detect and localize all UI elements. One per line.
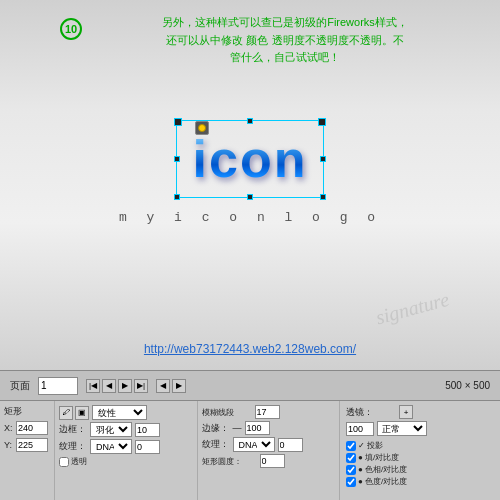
handle-top-mid[interactable] <box>247 118 253 124</box>
rect-degree-row: 矩形圆度： <box>202 454 336 468</box>
properties-panel: 矩形 X: Y: 🖊 ▣ 纹性 边框： 羽化 <box>0 400 500 500</box>
hue-row: ● 色相/对比度 <box>346 464 494 475</box>
prop-shape-section: 矩形 X: Y: <box>0 401 55 500</box>
fill-contrast-label: ● 填/对比度 <box>358 452 399 463</box>
texture2-row: 纹理： DNA <box>202 437 336 452</box>
edge-label: 边缘： <box>202 422 230 435</box>
border-label: 边框： <box>59 423 87 436</box>
transparent-checkbox[interactable] <box>59 457 69 467</box>
nav-prev[interactable]: ◀ <box>102 379 116 393</box>
selection-box[interactable]: icon <box>176 120 325 198</box>
icon-logo-text: icon <box>193 130 308 188</box>
degree-row: ● 色度/对比度 <box>346 476 494 487</box>
texture-type-select[interactable]: 纹性 <box>92 405 147 420</box>
frame-next[interactable]: ▶ <box>172 379 186 393</box>
border-type-select[interactable]: 羽化 <box>90 422 132 437</box>
y-input[interactable] <box>16 438 48 452</box>
hue-checkbox[interactable] <box>346 465 356 475</box>
edge-row: 边缘： — <box>202 421 336 435</box>
texture-row: 纹理： DNA <box>59 439 193 454</box>
x-input[interactable] <box>16 421 48 435</box>
handle-left-mid[interactable] <box>174 156 180 162</box>
opacity-pct-row: 正常 <box>346 421 494 436</box>
texture-type-select2[interactable]: DNA <box>90 439 132 454</box>
border-value-input[interactable] <box>135 423 160 437</box>
y-label: Y: <box>4 440 14 450</box>
shadow-label: ✓ 投影 <box>358 440 383 451</box>
nav-last[interactable]: ▶| <box>134 379 148 393</box>
prop-icons-row: 🖊 ▣ 纹性 <box>59 405 193 420</box>
instruction-text: 另外，这种样式可以查已是初级的Fireworks样式， 还可以从中修改 颜色 透… <box>90 14 480 67</box>
url-link[interactable]: http://web73172443.web2.128web.com/ <box>144 342 356 356</box>
nav-first[interactable]: |◀ <box>86 379 100 393</box>
canvas-size: 500 × 500 <box>445 380 490 391</box>
opacity-plus-btn[interactable]: + <box>399 405 413 419</box>
blend-mode-select[interactable]: 正常 <box>377 421 427 436</box>
handle-bottom-left[interactable] <box>174 194 180 200</box>
texture2-type-select[interactable]: DNA <box>233 437 275 452</box>
fill-contrast-checkbox[interactable] <box>346 453 356 463</box>
prop-mid-section: 🖊 ▣ 纹性 边框： 羽化 纹理： DNA 透明 <box>55 401 198 500</box>
blur-input[interactable] <box>255 405 280 419</box>
paint-icon-btn[interactable]: 🖊 <box>59 406 73 420</box>
handle-bottom-right[interactable] <box>320 194 326 200</box>
page-toolbar: 页面 |◀ ◀ ▶ ▶| ◀ ▶ 500 × 500 <box>0 370 500 400</box>
rect-degree-input[interactable] <box>260 454 285 468</box>
opacity-pct-input[interactable] <box>346 422 374 436</box>
page-nav: |◀ ◀ ▶ ▶| <box>86 379 148 393</box>
bucket-icon-btn[interactable]: ▣ <box>75 406 89 420</box>
texture2-value-input[interactable] <box>278 438 303 452</box>
design-canvas: icon m y i c o n l o g o <box>50 100 450 330</box>
degree-label: ● 色度/对比度 <box>358 476 407 487</box>
step-number: 10 <box>60 18 82 40</box>
frame-nav: ◀ ▶ <box>156 379 186 393</box>
shadow-row: ✓ 投影 <box>346 440 494 451</box>
blur-row: 模糊线段 <box>202 405 336 419</box>
shadow-checkbox[interactable] <box>346 441 356 451</box>
transparent-label: 透明 <box>71 456 87 467</box>
edge-dash: — <box>233 423 242 433</box>
x-coord-row: X: <box>4 421 50 435</box>
effects-checkboxes: ✓ 投影 ● 填/对比度 ● 色相/对比度 ● 色度/对比度 <box>346 440 494 487</box>
y-coord-row: Y: <box>4 438 50 452</box>
texture-label: 纹理： <box>59 440 87 453</box>
hue-label: ● 色相/对比度 <box>358 464 407 475</box>
frame-prev[interactable]: ◀ <box>156 379 170 393</box>
page-number-input[interactable] <box>38 377 78 395</box>
border-row: 边框： 羽化 <box>59 422 193 437</box>
texture2-label: 纹理： <box>202 438 230 451</box>
handle-right-mid[interactable] <box>320 156 326 162</box>
opacity-label: 透镜： <box>346 406 396 419</box>
nav-next[interactable]: ▶ <box>118 379 132 393</box>
subtitle-text: m y i c o n l o g o <box>119 210 381 225</box>
shape-type-label: 矩形 <box>4 405 50 418</box>
blur-label: 模糊线段 <box>202 407 252 418</box>
icon-wrapper: icon <box>193 129 308 189</box>
opacity-mode-row: 透镜： + <box>346 405 494 419</box>
x-label: X: <box>4 423 14 433</box>
degree-checkbox[interactable] <box>346 477 356 487</box>
rect-degree-label: 矩形圆度： <box>202 456 257 467</box>
page-label: 页面 <box>10 379 30 393</box>
fill-contrast-row: ● 填/对比度 <box>346 452 494 463</box>
edge-value-input[interactable] <box>245 421 270 435</box>
transparent-row: 透明 <box>59 456 193 467</box>
icon-buttons: 🖊 ▣ <box>59 406 89 420</box>
texture-value-input[interactable] <box>135 440 160 454</box>
prop-right-section: 透镜： + 正常 ✓ 投影 ● 填/对比度 ● 色相/对比度 <box>340 401 500 500</box>
canvas-area: 10 另外，这种样式可以查已是初级的Fireworks样式， 还可以从中修改 颜… <box>0 0 500 370</box>
prop-mid2-section: 模糊线段 边缘： — 纹理： DNA 矩形圆度： <box>198 401 341 500</box>
handle-bottom-mid[interactable] <box>247 194 253 200</box>
